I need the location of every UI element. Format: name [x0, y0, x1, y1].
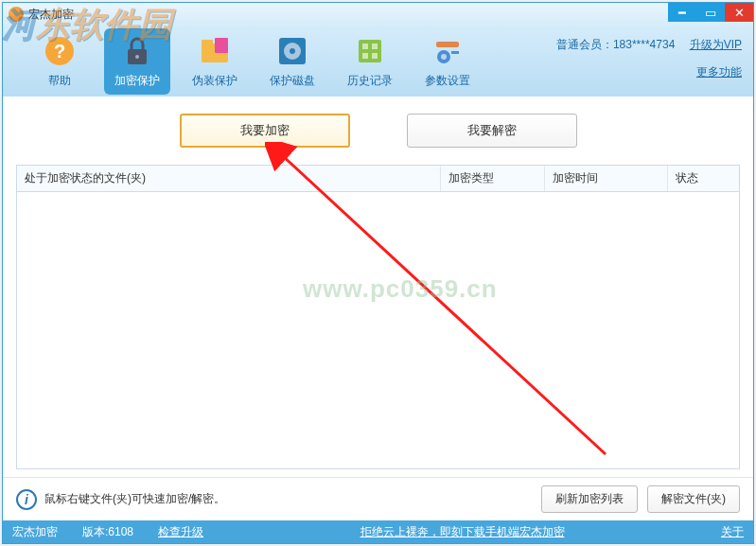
svg-rect-5: [202, 40, 213, 45]
file-table: 处于加密状态的文件(夹) 加密类型 加密时间 状态: [16, 165, 740, 469]
svg-rect-18: [451, 51, 459, 54]
toolbar-label: 历史记录: [347, 73, 393, 89]
col-time[interactable]: 加密时间: [545, 166, 668, 191]
folder-disguise-icon: [196, 33, 234, 69]
disk-icon: [273, 33, 311, 69]
svg-rect-12: [372, 44, 378, 49]
member-text: 普通会员：183****4734: [556, 38, 675, 51]
decrypt-file-button[interactable]: 解密文件(夹): [647, 485, 740, 513]
maximize-button[interactable]: ▭: [696, 3, 725, 22]
toolbar-label: 加密保护: [114, 73, 160, 89]
more-features-link[interactable]: 更多功能: [696, 65, 742, 79]
history-icon: [351, 33, 389, 69]
main-area: 我要加密 我要解密 处于加密状态的文件(夹) 加密类型 加密时间 状态: [3, 97, 753, 477]
check-update-link[interactable]: 检查升级: [158, 524, 203, 540]
svg-point-3: [135, 55, 139, 59]
titlebar: 宏杰加密 ━ ▭ ✕: [3, 3, 753, 26]
statusbar: 宏杰加密 版本:6108 检查升级 拒绝云上裸奔，即刻下载手机端宏杰加密 关于: [3, 520, 753, 543]
toolbar-encrypt-protect[interactable]: 加密保护: [104, 28, 170, 95]
minimize-button[interactable]: ━: [668, 3, 696, 22]
toolbar-settings[interactable]: 参数设置: [414, 28, 481, 95]
app-icon: [9, 7, 24, 22]
toolbar-help[interactable]: ? 帮助: [26, 28, 93, 95]
promo-link[interactable]: 拒绝云上裸奔，即刻下载手机端宏杰加密: [360, 525, 565, 538]
svg-text:?: ?: [54, 41, 65, 62]
status-app: 宏杰加密: [12, 524, 58, 540]
table-body: [17, 192, 739, 468]
toolbar-info: 普通会员：183****4734 升级为VIP 更多功能: [556, 37, 742, 80]
svg-rect-13: [362, 53, 368, 59]
toolbar-disk-protect[interactable]: 保护磁盘: [259, 28, 325, 95]
svg-point-9: [290, 48, 295, 54]
encrypt-button[interactable]: 我要加密: [180, 114, 350, 148]
toolbar-label: 伪装保护: [192, 73, 237, 89]
info-icon: i: [16, 489, 37, 510]
svg-rect-6: [215, 38, 228, 53]
toolbar: ? 帮助 加密保护 伪装保护 保护磁盘 历史记录: [3, 26, 753, 97]
lock-icon: [118, 33, 156, 69]
svg-rect-11: [362, 44, 368, 49]
toolbar-label: 保护磁盘: [270, 73, 315, 89]
col-status[interactable]: 状态: [668, 166, 739, 191]
footer-hint: i 鼠标右键文件(夹)可快速加密/解密。 刷新加密列表 解密文件(夹): [3, 477, 753, 520]
toolbar-label: 参数设置: [425, 73, 470, 89]
toolbar-history[interactable]: 历史记录: [337, 28, 403, 95]
toolbar-disguise[interactable]: 伪装保护: [182, 28, 248, 95]
gear-icon: [429, 33, 466, 69]
decrypt-button[interactable]: 我要解密: [407, 114, 577, 148]
close-button[interactable]: ✕: [725, 3, 753, 22]
window-title: 宏杰加密: [28, 7, 74, 23]
status-version: 版本:6108: [82, 524, 133, 540]
svg-rect-10: [359, 40, 381, 62]
col-file[interactable]: 处于加密状态的文件(夹): [17, 166, 441, 191]
svg-rect-14: [372, 53, 378, 59]
hint-text: 鼠标右键文件(夹)可快速加密/解密。: [44, 491, 225, 507]
help-icon: ?: [41, 33, 79, 69]
svg-rect-15: [436, 42, 459, 47]
toolbar-label: 帮助: [48, 73, 71, 89]
about-link[interactable]: 关于: [721, 524, 744, 540]
upgrade-vip-link[interactable]: 升级为VIP: [690, 38, 742, 51]
svg-point-17: [441, 54, 447, 60]
col-type[interactable]: 加密类型: [441, 166, 545, 191]
refresh-list-button[interactable]: 刷新加密列表: [541, 485, 638, 513]
